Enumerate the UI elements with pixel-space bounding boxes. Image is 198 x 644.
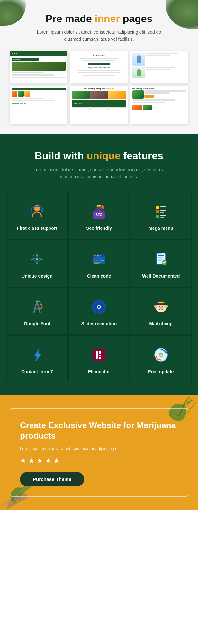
svg-rect-55 <box>99 351 101 354</box>
feature-label-doc: Well Documented <box>142 273 180 279</box>
feature-slider-revolution: Slider revolution <box>68 288 130 335</box>
svg-point-7 <box>101 205 104 209</box>
svg-point-49 <box>159 306 160 307</box>
star-5: ★ <box>53 457 60 465</box>
features-subtitle: Lorem ipsum dolor sit amet, consectetur … <box>32 166 166 181</box>
svg-rect-9 <box>156 206 159 209</box>
slider-icon <box>89 297 109 317</box>
svg-rect-46 <box>156 304 166 305</box>
screenshot-marijuana: marijuana products <box>10 86 68 124</box>
svg-text:SEO: SEO <box>97 205 101 207</box>
svg-rect-14 <box>160 215 166 216</box>
feature-label-update: Free update <box>148 369 174 374</box>
cta-title: Create Exclusive Website for Marijuana p… <box>20 420 178 442</box>
feature-seo-friendly: SEO SEO Seo friendly <box>68 192 130 239</box>
svg-text:SEO: SEO <box>95 213 102 217</box>
svg-rect-27 <box>94 263 99 264</box>
svg-point-22 <box>97 255 98 256</box>
svg-point-23 <box>99 255 101 256</box>
svg-point-51 <box>160 307 162 309</box>
feature-label-menu: Mega menu <box>148 226 173 231</box>
feature-label-font: Google Font <box>24 321 50 326</box>
star-1: ★ <box>20 457 26 465</box>
svg-rect-56 <box>99 355 101 356</box>
svg-rect-57 <box>99 357 101 359</box>
feature-label-slider: Slider revolution <box>81 321 117 326</box>
svg-rect-10 <box>160 206 166 207</box>
svg-rect-30 <box>158 257 163 258</box>
premade-section: Pre made inner pages Lorem ipsum dolor s… <box>0 0 198 134</box>
menu-icon <box>151 202 171 221</box>
feature-free-update: Free update <box>130 335 192 382</box>
svg-point-18 <box>36 258 38 260</box>
feature-first-class-support: First class support <box>6 192 68 239</box>
svg-point-44 <box>165 305 167 308</box>
screenshot-shop: Our amazing marijuana products 50K+ 92% <box>70 86 128 124</box>
svg-rect-29 <box>158 255 164 256</box>
feature-clean-code: </> code Clean code <box>68 240 130 287</box>
feature-label-seo: Seo friendly <box>86 226 112 231</box>
screenshot-blog: Blog Details <box>10 51 68 83</box>
svg-point-38 <box>98 306 100 308</box>
svg-rect-31 <box>158 259 164 260</box>
feature-label-code: Clean code <box>87 273 111 279</box>
svg-text:code: code <box>99 259 104 262</box>
screenshot-doctor <box>130 51 188 83</box>
svg-point-43 <box>155 305 157 308</box>
svg-rect-16 <box>160 217 164 218</box>
elementor-icon <box>89 345 109 365</box>
feature-google-font: Google Font <box>6 288 68 335</box>
seo-icon: SEO SEO <box>89 202 109 221</box>
features-grid: First class support SEO SEO Seo friendly <box>6 192 192 382</box>
svg-rect-52 <box>158 302 164 303</box>
screenshot-details: Our amazing best marijuana... <box>130 86 188 124</box>
support-icon <box>27 202 47 221</box>
feature-unique-design: Unique design <box>6 240 68 287</box>
purchase-theme-button[interactable]: Purchase Theme <box>20 472 84 486</box>
feature-contact-form: Contact form 7 <box>6 335 68 382</box>
feature-well-documented: Well Documented <box>130 240 192 287</box>
features-section: Build with unique features Lorem ipsum d… <box>0 134 198 395</box>
svg-rect-12 <box>160 210 166 211</box>
feature-label-support: First class support <box>17 226 57 231</box>
premade-subtitle: Lorem ipsum dolor sit amet, consectetur … <box>32 29 166 43</box>
cta-section: Create Exclusive Website for Marijuana p… <box>0 395 198 510</box>
premade-title: Pre made inner pages <box>10 13 188 25</box>
cta-box: Create Exclusive Website for Marijuana p… <box>10 408 188 497</box>
update-icon <box>151 345 171 365</box>
svg-rect-32 <box>158 260 161 261</box>
doc-icon <box>151 250 171 269</box>
star-3: ★ <box>37 457 43 465</box>
feature-mail-chimp: Mail chimp <box>130 288 192 335</box>
design-icon <box>27 250 47 269</box>
svg-rect-54 <box>96 351 98 359</box>
svg-point-21 <box>94 255 96 256</box>
svg-rect-53 <box>93 349 105 361</box>
feature-label-elementor: Elementor <box>88 369 110 374</box>
svg-rect-26 <box>94 262 101 263</box>
features-title: Build with unique features <box>6 150 192 162</box>
code-icon: </> code <box>89 250 109 269</box>
mail-icon <box>151 297 171 317</box>
feature-label-mail: Mail chimp <box>149 321 172 326</box>
feature-elementor: Elementor <box>68 335 130 382</box>
svg-rect-11 <box>156 210 159 213</box>
contact-icon <box>27 345 47 365</box>
star-4: ★ <box>45 457 51 465</box>
screenshot-contact: Contact us Drop us line and let's talk <box>70 51 128 83</box>
star-2: ★ <box>28 457 35 465</box>
font-icon <box>27 297 47 317</box>
feature-mega-menu: Mega menu <box>130 192 192 239</box>
screenshots-grid: Blog Details Contact us Drop us line and… <box>10 51 188 124</box>
svg-point-50 <box>162 306 163 307</box>
feature-label-contact: Contact form 7 <box>21 369 53 374</box>
svg-rect-15 <box>160 212 164 213</box>
cta-stars: ★ ★ ★ ★ ★ <box>20 457 178 465</box>
feature-label-design: Unique design <box>22 273 52 279</box>
svg-rect-13 <box>156 215 159 218</box>
svg-text:</>: </> <box>94 259 98 262</box>
cta-subtitle: Lorem ipsum dolor sit amet, consectetur … <box>20 446 178 451</box>
